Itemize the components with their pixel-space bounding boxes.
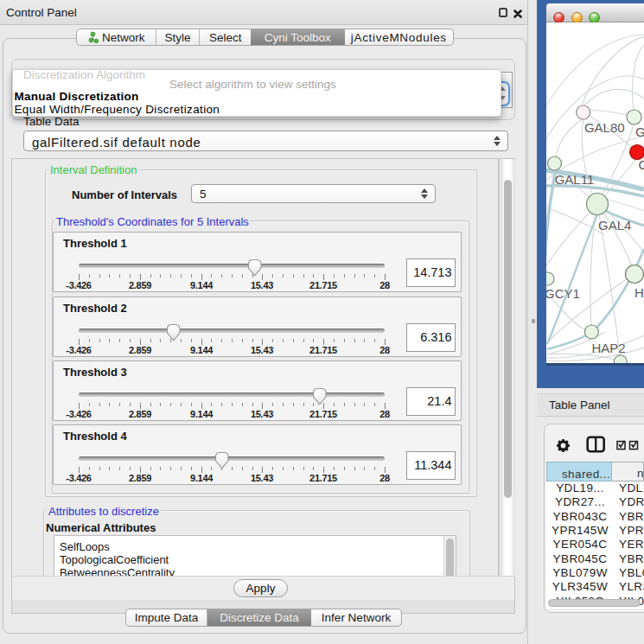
- svg-text:GA: GA: [635, 124, 644, 139]
- svg-text:GAL80: GAL80: [584, 120, 625, 135]
- svg-text:GCY1: GCY1: [546, 286, 580, 301]
- svg-text:GAL11: GAL11: [555, 172, 595, 187]
- svg-text:GAL4: GAL4: [598, 218, 631, 233]
- svg-text:HAP2: HAP2: [592, 341, 626, 355]
- svg-text:HI: HI: [634, 285, 644, 300]
- svg-text:C: C: [639, 157, 644, 172]
